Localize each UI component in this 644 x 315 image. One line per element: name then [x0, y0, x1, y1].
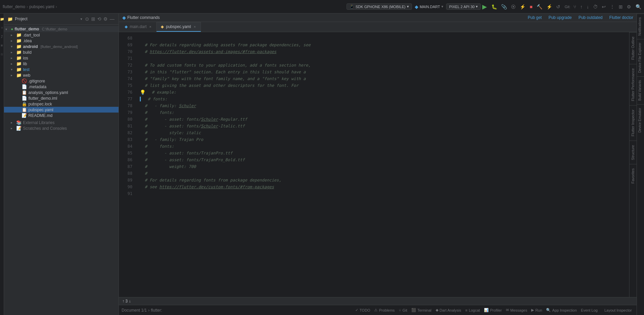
right-tab-favorites[interactable]: Favorites	[629, 164, 637, 188]
layout-icon[interactable]: ⊞	[617, 3, 624, 10]
tab-pubspec-yaml[interactable]: ◆ pubspec.yaml ×	[156, 22, 201, 32]
outer-tab-build-variants[interactable]: Build Variants	[637, 76, 644, 104]
search-button[interactable]: 🔍	[636, 4, 641, 9]
status-profiler[interactable]: 📊 Profiler	[482, 307, 504, 313]
activity-structure[interactable]: ≡	[0, 41, 4, 49]
right-tab-flutter-inspector[interactable]: Flutter Inspector	[629, 105, 637, 140]
status-run[interactable]: ▶ Run	[529, 307, 544, 313]
git-branch-icon[interactable]: ⑂	[572, 3, 578, 10]
main-dart-label[interactable]: MAIN.DART	[420, 5, 440, 9]
coverage-button[interactable]: ⦿	[509, 3, 517, 10]
panel-close-btn[interactable]: —	[109, 16, 115, 22]
tree-item-root[interactable]: ▾ ● flutter_demo C:\flutter_demo	[4, 26, 119, 32]
panel-locate-btn[interactable]: ⊙	[84, 16, 90, 22]
stop-button[interactable]: ■	[528, 3, 534, 10]
status-git[interactable]: ⑂ Git	[397, 308, 409, 313]
tree-item-android[interactable]: ▾ 📁 android [flutter_demo_android]	[4, 44, 119, 49]
tree-item-iml[interactable]: 📄 flutter_demo.iml	[4, 95, 119, 101]
activity-pull-requests[interactable]: ⤴	[0, 32, 4, 41]
status-right: Event Log Layout Inspector	[579, 308, 634, 313]
tree-item-metadata[interactable]: 📄 .metadata	[4, 84, 119, 90]
tree-item-test[interactable]: ▾ 📁 test	[4, 67, 119, 72]
tree-item-analysis-options[interactable]: 📋 analysis_options.yaml	[4, 90, 119, 95]
code-content[interactable]: # For details regarding adding assets fr…	[136, 32, 629, 297]
code-line-84: # fonts:	[140, 143, 629, 150]
comment-90-link[interactable]: https://flutter.dev/custom-fonts/#from-p…	[159, 184, 274, 190]
settings-icon[interactable]: ⚙	[625, 3, 633, 10]
project-panel: 📁 Project ▾ ⊙ ⊞ ⟲ ⚙ — ▾ ● flutter_demo C…	[4, 14, 119, 315]
tree-item-lib[interactable]: ▸ 📁 lib	[4, 61, 119, 67]
flutter-hot-reload[interactable]: ⚡	[545, 3, 554, 10]
status-dart-analysis[interactable]: ◆ Dart Analysis	[434, 307, 463, 313]
panel-settings-btn[interactable]: ⚙	[103, 16, 108, 22]
git-history-icon[interactable]: ⏱	[591, 3, 599, 10]
run-button[interactable]: ▶	[481, 2, 488, 12]
outer-tab-device-file-explorer[interactable]: Device File Explorer	[637, 39, 644, 76]
find-down-arrow[interactable]: ↓	[129, 299, 131, 304]
flutter-cmd-label: Flutter commands	[127, 15, 160, 20]
line-num-70: 70	[119, 48, 132, 55]
tree-item-scratches[interactable]: ▸ 📝 Scratches and Consoles	[4, 125, 119, 131]
tree-item-gitignore[interactable]: 🚫 .gitignore	[4, 78, 119, 84]
pub-upgrade-btn[interactable]: Pub upgrade	[548, 15, 572, 20]
tab-pubspec-yaml-close[interactable]: ×	[193, 24, 197, 29]
emulator-selector[interactable]: PIXEL 2 API 30 ▾	[446, 3, 481, 10]
tab-main-dart[interactable]: ◆ main.dart ×	[120, 22, 156, 32]
right-tab-flutter-outline[interactable]: Flutter Outline	[629, 32, 637, 64]
tree-item-web[interactable]: ▸ 📁 web	[4, 72, 119, 78]
comment-83: # - family: Trajan Pro	[140, 136, 203, 143]
find-up-arrow[interactable]: ↑	[122, 299, 124, 304]
tree-item-dart-tool[interactable]: ▸ 📁 .dart_tool	[4, 32, 119, 38]
tree-item-pubspec-yaml[interactable]: 📋 pubspec.yaml	[4, 107, 119, 113]
panel-collapse-btn[interactable]: ⟲	[97, 16, 102, 22]
panel-dropdown-arrow[interactable]: ▾	[80, 17, 82, 21]
git-rollback-icon[interactable]: ↩	[600, 3, 608, 10]
git-more-icon[interactable]: ⋮	[608, 3, 616, 10]
git-push-icon[interactable]: ↑	[578, 3, 584, 10]
hint-bulb-icon[interactable]: 💡	[140, 89, 146, 96]
profile-button[interactable]: ⚡	[518, 3, 527, 10]
git-pull-icon[interactable]: ↓	[585, 3, 591, 10]
line-marker-77	[140, 97, 141, 101]
status-app-inspection[interactable]: 🔍 App Inspection	[544, 307, 579, 313]
line-num-87: 87	[119, 163, 132, 170]
right-tab-flutter-performance[interactable]: Flutter Performance	[629, 64, 637, 105]
comment-77: # fonts:	[143, 96, 167, 102]
breadcrumb-file[interactable]: pubspec.yaml	[29, 4, 54, 9]
pubspec-lock-label: pubspec.lock	[28, 102, 52, 106]
tab-main-dart-close[interactable]: ×	[149, 24, 152, 29]
comment-70-link[interactable]: https://flutter.dev/assets-and-images/#f…	[150, 48, 277, 55]
build-button[interactable]: 🔨	[535, 3, 544, 10]
root-label: flutter_demo	[15, 27, 39, 31]
device-selector[interactable]: 📱 SDK GPHONE X86 (MOBILE) ▾	[346, 3, 412, 10]
activity-bookmarks[interactable]: ☆	[0, 50, 4, 58]
flutter-doctor-btn[interactable]: Flutter doctor	[609, 15, 633, 20]
status-event-log[interactable]: Event Log	[579, 308, 600, 313]
tree-item-external-libraries[interactable]: ▸ 📚 External Libraries	[4, 120, 119, 125]
status-logcat[interactable]: ≡ Logcat	[463, 308, 482, 313]
tree-item-idea[interactable]: ▸ 📁 .idea	[4, 38, 119, 44]
debug-button[interactable]: 🐛	[490, 3, 499, 10]
status-problems[interactable]: ⚠ Problems	[372, 307, 396, 313]
pub-outdated-btn[interactable]: Pub outdated	[578, 15, 602, 20]
tree-item-pubspec-lock[interactable]: 🔒 pubspec.lock	[4, 101, 119, 107]
outer-tab-device-emulator[interactable]: Device Emulator	[637, 104, 644, 136]
comment-81-link: Schuler	[201, 123, 218, 129]
attach-button[interactable]: 📎	[499, 3, 509, 10]
flutter-hot-restart[interactable]: ↺	[555, 3, 562, 10]
status-terminal[interactable]: ⬛ Terminal	[409, 307, 434, 313]
right-tab-structure[interactable]: Structure	[629, 141, 637, 164]
status-layout-inspector[interactable]: Layout Inspector	[602, 308, 634, 313]
status-messages[interactable]: ✉ Messages	[504, 307, 529, 313]
outer-tab-notifications[interactable]: Notifications	[637, 14, 644, 39]
panel-expand-btn[interactable]: ⊞	[91, 16, 96, 22]
status-todo[interactable]: ✓ TODO	[353, 307, 372, 313]
pub-get-btn[interactable]: Pub get	[528, 15, 542, 20]
activity-commit[interactable]: ⑂	[0, 24, 4, 32]
activity-project[interactable]: 📁	[0, 15, 4, 23]
code-editor: 68 69 70 71 72 73 74 75 76 77 78 79 80 8…	[119, 32, 637, 297]
tree-item-build[interactable]: ▸ 📁 build	[4, 49, 119, 55]
breadcrumb-project[interactable]: flutter_demo	[3, 4, 25, 9]
tree-item-readme[interactable]: 📝 README.md	[4, 113, 119, 118]
tree-item-ios[interactable]: ▸ 📁 ios	[4, 55, 119, 61]
